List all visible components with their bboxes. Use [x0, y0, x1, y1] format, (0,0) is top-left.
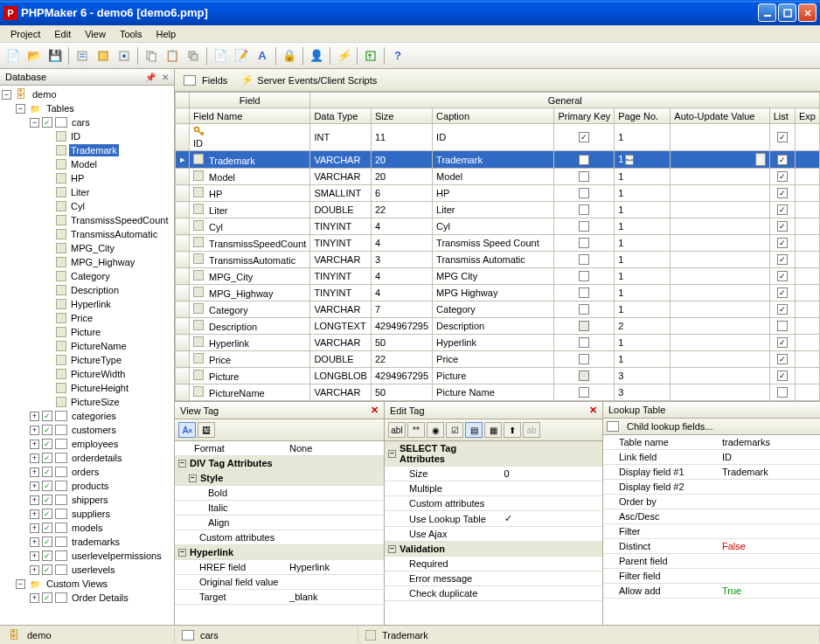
pk-checkbox[interactable]	[579, 287, 589, 298]
child-lookup-link[interactable]: Child lookup fields...	[627, 421, 712, 432]
pk-checkbox[interactable]	[579, 155, 589, 165]
tree-node[interactable]: −📁Tables	[2, 101, 172, 115]
help-icon[interactable]: ?	[388, 46, 407, 66]
list-checkbox[interactable]: ✓	[777, 287, 788, 298]
tree-node[interactable]: Hyperlink	[2, 297, 172, 311]
pk-checkbox[interactable]	[579, 221, 589, 232]
tree-node[interactable]: Cyl	[2, 199, 172, 213]
tree-checkbox[interactable]: ✓	[42, 425, 52, 435]
expand-icon[interactable]: +	[30, 467, 39, 477]
list-checkbox[interactable]: ✓	[777, 238, 788, 248]
select-icon[interactable]: ▤	[465, 422, 483, 438]
collapse-icon[interactable]: −	[388, 450, 396, 458]
auth-icon[interactable]: 👤	[307, 46, 326, 66]
copy-icon[interactable]	[142, 46, 161, 66]
edittag-close-icon[interactable]: ✕	[589, 405, 597, 416]
expand-icon[interactable]: +	[30, 551, 39, 561]
list-checkbox[interactable]: ✓	[777, 271, 788, 281]
tree-checkbox[interactable]: ✓	[42, 523, 52, 533]
panel-close-icon[interactable]: ✕	[162, 73, 169, 82]
tree-checkbox[interactable]: ✓	[42, 439, 52, 449]
edit-icon[interactable]: 📝	[232, 46, 251, 66]
new-icon[interactable]: 📄	[3, 46, 23, 66]
tree-node[interactable]: MPG_City	[2, 241, 172, 255]
list-checkbox[interactable]: ✓	[777, 221, 788, 232]
file-icon[interactable]: ⬆	[504, 422, 521, 438]
tree-node[interactable]: Trademark	[2, 143, 172, 157]
tree-checkbox[interactable]: ✓	[42, 467, 52, 477]
checkbox-icon[interactable]: ☑	[446, 422, 463, 438]
menu-edit[interactable]: Edit	[47, 27, 78, 41]
lock-icon[interactable]: 🔒	[280, 46, 299, 66]
pk-checkbox[interactable]	[579, 337, 589, 348]
tree-node[interactable]: +✓trademarks	[2, 535, 172, 549]
pk-checkbox[interactable]	[579, 188, 589, 198]
tool-icon-2[interactable]	[94, 46, 113, 66]
format-icon[interactable]: Aa	[178, 422, 196, 438]
collapse-icon[interactable]: −	[178, 549, 186, 557]
grid-row[interactable]: Description LONGTEXT4294967295Descriptio…	[176, 318, 820, 335]
tree-checkbox[interactable]: ✓	[42, 453, 52, 463]
list-checkbox[interactable]: ✓	[777, 370, 788, 381]
grid-row[interactable]: ID INT11ID ✓ 1 ✓	[176, 124, 820, 151]
tree-node[interactable]: PictureHeight	[2, 381, 172, 395]
tree-node[interactable]: TransmissAutomatic	[2, 227, 172, 241]
tree-node[interactable]: +✓customers	[2, 423, 172, 437]
tree-node[interactable]: +✓orderdetails	[2, 451, 172, 465]
list-checkbox[interactable]: ✓	[777, 337, 788, 348]
fields-grid[interactable]: FieldGeneral Field NameData TypeSizeCapt…	[175, 92, 820, 401]
uselookup-checkbox[interactable]: ✓	[504, 513, 599, 524]
tree-node[interactable]: PictureName	[2, 339, 172, 353]
collapse-icon[interactable]: −	[189, 474, 197, 482]
tree-checkbox[interactable]: ✓	[42, 551, 52, 561]
pk-checkbox[interactable]	[579, 271, 589, 281]
list-checkbox[interactable]: ✓	[777, 155, 788, 165]
open-icon[interactable]: 📂	[24, 46, 44, 66]
collapse-icon[interactable]: −	[16, 104, 25, 114]
tree-checkbox[interactable]: ✓	[42, 592, 52, 603]
tree-node[interactable]: Price	[2, 311, 172, 325]
paste-icon[interactable]: 📋	[163, 46, 182, 66]
tree-node[interactable]: PictureType	[2, 353, 172, 367]
grid-row[interactable]: Category VARCHAR7Category 1 ✓	[176, 301, 820, 318]
expand-icon[interactable]: +	[30, 509, 39, 519]
tree-checkbox[interactable]: ✓	[42, 564, 52, 575]
tree-node[interactable]: Picture	[2, 325, 172, 339]
list-checkbox[interactable]: ✓	[777, 304, 788, 315]
expand-icon[interactable]: +	[30, 440, 39, 449]
expand-icon[interactable]: +	[30, 454, 39, 463]
tree-node[interactable]: −✓cars	[2, 115, 172, 129]
tree-node[interactable]: +✓userlevelpermissions	[2, 549, 172, 563]
pk-checkbox[interactable]	[579, 304, 589, 315]
grid-row[interactable]: Model VARCHAR20Model 1 ✓	[176, 169, 820, 185]
tree-node[interactable]: Model	[2, 157, 172, 171]
grid-row[interactable]: MPG_Highway TINYINT4MPG Highway 1 ✓	[176, 285, 820, 301]
tree-node[interactable]: PictureSize	[2, 395, 172, 409]
tree-checkbox[interactable]: ✓	[42, 117, 52, 128]
grid-row[interactable]: MPG_City TINYINT4MPG City 1 ✓	[176, 268, 820, 285]
tree-node[interactable]: ID	[2, 129, 172, 143]
list-checkbox[interactable]: ✓	[777, 188, 788, 198]
tree-node[interactable]: TransmissSpeedCount	[2, 213, 172, 227]
expand-icon[interactable]: +	[30, 412, 39, 421]
collapse-icon[interactable]: −	[178, 460, 186, 467]
expand-icon[interactable]: +	[30, 537, 39, 547]
doc-icon[interactable]: 📄	[211, 46, 230, 66]
script-icon[interactable]: ⚡	[334, 46, 353, 66]
gen-icon[interactable]	[361, 46, 380, 66]
tree-node[interactable]: +✓categories	[2, 409, 172, 423]
collapse-icon[interactable]: −	[388, 545, 396, 553]
grid-row[interactable]: Picture LONGBLOB4294967295Picture 3 ✓	[176, 368, 820, 384]
tree-node[interactable]: +✓products	[2, 479, 172, 493]
tree-node[interactable]: +✓suppliers	[2, 507, 172, 521]
expand-icon[interactable]: +	[30, 426, 39, 435]
tree-node[interactable]: Category	[2, 269, 172, 283]
list-checkbox[interactable]: ✓	[777, 354, 788, 364]
minimize-button[interactable]	[758, 3, 776, 22]
collapse-icon[interactable]: −	[30, 118, 39, 128]
grid-row[interactable]: PictureType VARCHAR200Picture Type 3	[176, 401, 820, 402]
tree-node[interactable]: −🗄demo	[2, 87, 172, 101]
tree-node[interactable]: Description	[2, 283, 172, 297]
grid-row[interactable]: PictureName VARCHAR50Picture Name 3	[176, 384, 820, 401]
tree-checkbox[interactable]: ✓	[42, 411, 52, 421]
